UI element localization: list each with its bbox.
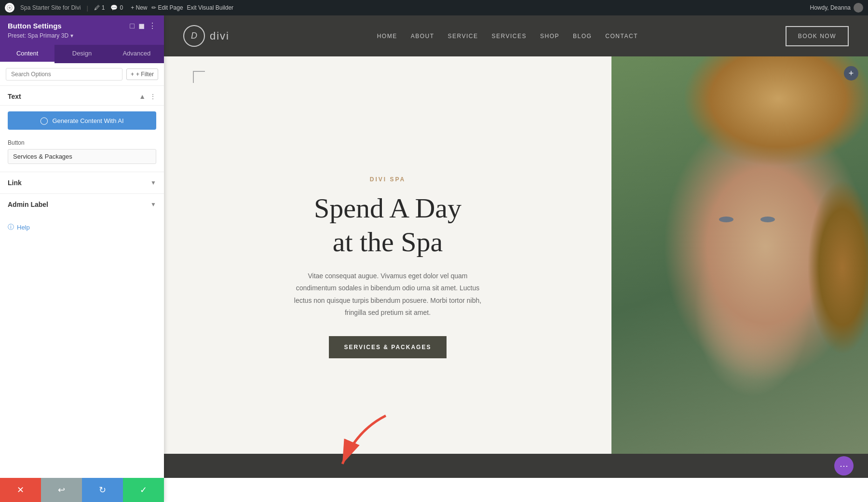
book-now-button[interactable]: BOOK NOW bbox=[786, 26, 849, 46]
admin-label-section[interactable]: Admin Label ▼ bbox=[0, 193, 164, 215]
undo-icon: ↩ bbox=[58, 485, 65, 495]
text-section-title: Text bbox=[8, 93, 21, 100]
redo-button[interactable]: ↻ bbox=[82, 478, 123, 502]
sidebar-content: Text ▲ ⋮ ◯ Generate Content With AI Butt… bbox=[0, 86, 164, 478]
button-text-input[interactable] bbox=[8, 149, 156, 164]
save-icon: ✓ bbox=[140, 485, 147, 495]
nav-services[interactable]: SERVICES bbox=[492, 33, 527, 40]
button-field-group: Button bbox=[0, 136, 164, 172]
link-chevron-icon: ▼ bbox=[150, 179, 156, 186]
hero-body-text: Vitae consequat augue. Vivamus eget dolo… bbox=[291, 270, 484, 319]
svg-point-0 bbox=[9, 7, 11, 9]
collapse-icon[interactable]: ▲ bbox=[139, 93, 146, 100]
layout-icon[interactable]: ◼ bbox=[138, 21, 145, 30]
admin-bar: Spa Starter Site for Divi | 🖉 1 💬 0 + Ne… bbox=[0, 0, 868, 15]
site-name: Spa Starter Site for Divi bbox=[20, 4, 81, 11]
preset-selector[interactable]: Preset: Spa Primary 3D ▾ bbox=[8, 32, 156, 39]
filter-button[interactable]: + + Filter bbox=[126, 68, 158, 80]
preview-area: D divi HOME ABOUT SERVICE SERVICES SHOP … bbox=[164, 15, 868, 502]
sidebar-panel: Button Settings □ ◼ ⋮ Preset: Spa Primar… bbox=[0, 15, 164, 502]
message-counter[interactable]: 💬 0 bbox=[110, 4, 123, 11]
link-section-title: Link bbox=[8, 179, 22, 187]
hero-left: DIVI SPA Spend A Day at the Spa Vitae co… bbox=[164, 56, 611, 478]
exit-builder-button[interactable]: Exit Visual Builder bbox=[187, 4, 234, 11]
purple-dots-button[interactable]: ⋯ bbox=[834, 456, 854, 475]
button-field-label: Button bbox=[8, 139, 156, 146]
redo-icon: ↻ bbox=[99, 485, 106, 495]
edit-page-button[interactable]: ✏ Edit Page bbox=[151, 4, 183, 11]
chevron-down-icon: ▾ bbox=[70, 32, 73, 39]
nav-blog[interactable]: BLOG bbox=[573, 33, 592, 40]
user-greeting: Howdy, Deanna bbox=[810, 3, 864, 13]
tab-content[interactable]: Content bbox=[0, 45, 54, 63]
header-icons: □ ◼ ⋮ bbox=[130, 21, 156, 30]
panel-title: Button Settings bbox=[8, 22, 62, 30]
ai-generate-button[interactable]: ◯ Generate Content With AI bbox=[8, 111, 156, 130]
more-icon[interactable]: ⋮ bbox=[149, 21, 156, 30]
site-logo: D divi bbox=[183, 25, 230, 47]
hero-section: DIVI SPA Spend A Day at the Spa Vitae co… bbox=[164, 56, 868, 478]
hero-title: Spend A Day at the Spa bbox=[314, 191, 461, 258]
section-more-icon[interactable]: ⋮ bbox=[149, 93, 156, 100]
preview-bottom-bar: ⋯ bbox=[164, 454, 868, 478]
nav-shop[interactable]: SHOP bbox=[540, 33, 559, 40]
ai-icon: ◯ bbox=[40, 116, 48, 125]
logo-letter: D bbox=[191, 31, 197, 41]
logo-circle: D bbox=[183, 25, 205, 47]
wordpress-logo[interactable] bbox=[5, 3, 14, 13]
spa-tag: DIVI SPA bbox=[370, 176, 406, 183]
admin-label-title: Admin Label bbox=[8, 201, 48, 208]
site-navigation: D divi HOME ABOUT SERVICE SERVICES SHOP … bbox=[164, 15, 868, 56]
eye-right bbox=[760, 217, 775, 222]
search-input[interactable] bbox=[6, 68, 122, 81]
user-avatar[interactable] bbox=[854, 3, 863, 13]
services-packages-button[interactable]: SERVICES & PACKAGES bbox=[329, 336, 447, 358]
tab-design[interactable]: Design bbox=[54, 45, 109, 63]
comment-counter[interactable]: 🖉 1 bbox=[94, 4, 105, 11]
hero-right-image: + bbox=[611, 56, 868, 478]
admin-actions: + New ✏ Edit Page Exit Visual Builder bbox=[131, 4, 233, 11]
cancel-button[interactable]: ✕ bbox=[0, 478, 41, 502]
sidebar-search-bar: + + Filter bbox=[0, 63, 164, 86]
save-button[interactable]: ✓ bbox=[123, 478, 164, 502]
nav-links: HOME ABOUT SERVICE SERVICES SHOP BLOG CO… bbox=[377, 33, 638, 40]
logo-text: divi bbox=[210, 30, 230, 42]
nav-home[interactable]: HOME bbox=[377, 33, 397, 40]
nav-service[interactable]: SERVICE bbox=[448, 33, 478, 40]
nav-contact[interactable]: CONTACT bbox=[605, 33, 638, 40]
undo-button[interactable]: ↩ bbox=[41, 478, 82, 502]
text-section-header: Text ▲ ⋮ bbox=[0, 86, 164, 106]
pencil-icon: ✏ bbox=[151, 4, 156, 11]
link-section[interactable]: Link ▼ bbox=[0, 172, 164, 193]
sidebar-bottom-toolbar: ✕ ↩ ↻ ✓ bbox=[0, 478, 164, 502]
help-section[interactable]: ⓘ Help bbox=[0, 215, 164, 239]
filter-icon: + bbox=[131, 71, 134, 78]
main-wrapper: Button Settings □ ◼ ⋮ Preset: Spa Primar… bbox=[0, 15, 868, 502]
new-button[interactable]: + New bbox=[131, 4, 147, 11]
nav-about[interactable]: ABOUT bbox=[411, 33, 434, 40]
hair-overlay bbox=[611, 56, 868, 478]
sidebar-tabs: Content Design Advanced bbox=[0, 45, 164, 63]
add-element-button[interactable]: + bbox=[844, 66, 858, 81]
tab-advanced[interactable]: Advanced bbox=[109, 45, 164, 63]
corner-bracket-decoration bbox=[193, 71, 205, 83]
cancel-icon: ✕ bbox=[17, 485, 24, 495]
section-controls: ▲ ⋮ bbox=[139, 93, 156, 100]
display-icon[interactable]: □ bbox=[130, 22, 135, 30]
admin-label-chevron-icon: ▼ bbox=[150, 201, 156, 208]
help-icon: ⓘ bbox=[8, 223, 14, 231]
sidebar-header: Button Settings □ ◼ ⋮ Preset: Spa Primar… bbox=[0, 15, 164, 45]
